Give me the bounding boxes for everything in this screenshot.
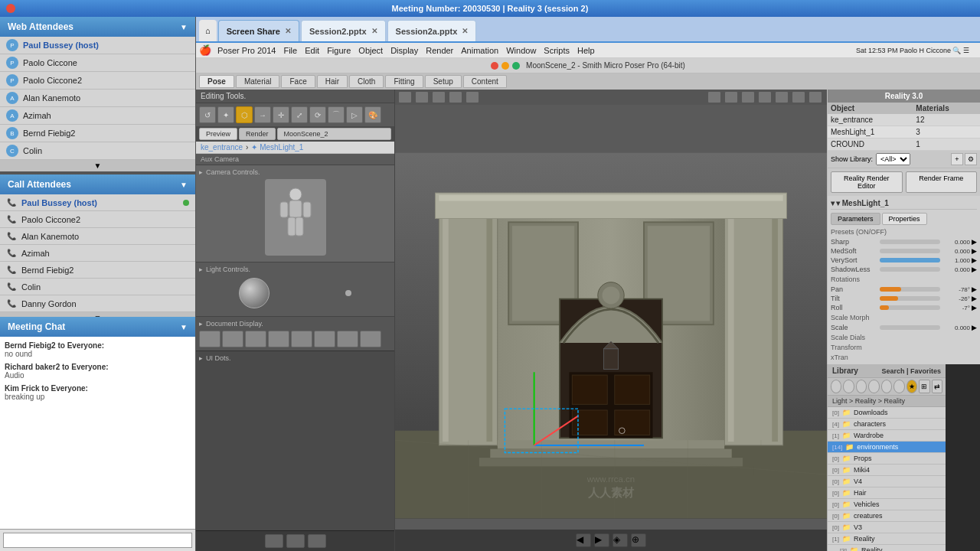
tool-push[interactable]: ▷ (346, 106, 363, 123)
poser-minimize-btn[interactable] (501, 62, 509, 70)
poser-close-btn[interactable] (491, 62, 498, 70)
vp-btn-r2[interactable] (724, 91, 738, 103)
menu-window[interactable]: Window (506, 46, 536, 55)
slider-tilt-track[interactable] (880, 296, 940, 301)
mesh-expand-icon[interactable]: ▾ (831, 199, 835, 207)
slider-medsoft-track[interactable] (880, 249, 940, 253)
library-dropdown[interactable]: <All> (876, 153, 910, 165)
apple-menu[interactable]: 🍎 (199, 44, 211, 56)
lib-item-characters[interactable]: [4] 📁 characters (828, 419, 946, 430)
slider-medsoft-expand[interactable]: ▶ (972, 247, 977, 255)
menu-edit[interactable]: Edit (305, 46, 319, 55)
reality-render-editor-btn[interactable]: Reality Render Editor (831, 171, 903, 193)
lib-item-props[interactable]: [0] 📁 Props (828, 453, 946, 465)
nav-scale-btn[interactable]: ◈ (612, 533, 628, 547)
tab-preview[interactable]: Preview (199, 128, 237, 140)
window-close-button[interactable] (6, 4, 15, 13)
doc-btn-5[interactable] (291, 331, 312, 347)
poser-tab-pose[interactable]: Pose (199, 75, 234, 88)
slider-roll-expand[interactable]: ▶ (972, 304, 977, 311)
library-settings-btn[interactable]: ⚙ (965, 153, 977, 165)
menu-figure[interactable]: Figure (327, 46, 351, 55)
menu-object[interactable]: Object (358, 46, 383, 55)
light-point[interactable] (345, 290, 351, 296)
nav-btn-right[interactable] (286, 534, 305, 548)
tool-scale[interactable]: ⤢ (291, 106, 308, 123)
slider-shadowless-track[interactable] (880, 267, 940, 272)
lib-btn-lock[interactable]: ⇄ (932, 380, 942, 393)
obj-row-mesh[interactable]: MeshLight_1 3 (828, 126, 980, 139)
poser-tab-cloth[interactable]: Cloth (349, 75, 384, 88)
vp-btn-r6[interactable] (792, 91, 805, 103)
slider-verysoft-expand[interactable]: ▶ (972, 256, 977, 264)
slider-scale-expand[interactable]: ▶ (972, 324, 977, 331)
nav-btn-extra[interactable] (308, 534, 326, 548)
menu-animation[interactable]: Animation (461, 46, 498, 55)
tool-active[interactable]: ⬡ (236, 106, 253, 123)
nav-arrow-right[interactable]: ▶ (594, 533, 609, 547)
call-attendee-alan[interactable]: 📞 Alan Kanemoto (0, 228, 195, 245)
tab-render[interactable]: Render (239, 128, 276, 140)
session2-close[interactable]: ✕ (371, 27, 377, 35)
vp-btn-r7[interactable] (808, 91, 822, 103)
vp-btn-1[interactable] (398, 91, 412, 103)
vp-btn-4[interactable] (449, 91, 462, 103)
web-attendees-header[interactable]: Web Attendees ▼ (0, 17, 195, 37)
tool-rotate[interactable]: ↺ (199, 106, 216, 123)
mesh-tab-properties[interactable]: Properties (882, 213, 927, 225)
slider-shadowless-expand[interactable]: ▶ (972, 266, 977, 273)
web-attendee-paolo2[interactable]: P Paolo Ciccone2 (0, 72, 195, 90)
slider-scale-track[interactable] (880, 325, 940, 330)
breadcrumb-child[interactable]: ✦ MeshLight_1 (251, 143, 303, 152)
slider-tilt-expand[interactable]: ▶ (972, 295, 977, 302)
call-attendee-paul[interactable]: 📞 Paul Bussey (host) (0, 194, 195, 211)
chat-input[interactable] (3, 533, 192, 548)
poser-tab-face[interactable]: Face (281, 75, 315, 88)
poser-maximize-btn[interactable] (512, 62, 520, 70)
tool-move[interactable]: ✛ (273, 106, 289, 123)
doc-btn-2[interactable] (222, 331, 243, 347)
call-attendee-bernd[interactable]: 📞 Bernd Fiebig2 (0, 262, 195, 279)
tab-session2a[interactable]: Session2a.pptx ✕ (387, 20, 477, 41)
poser-tab-fitting[interactable]: Fitting (385, 75, 423, 88)
tab-home[interactable]: ⌂ (199, 20, 217, 41)
lib-item-wardrobe[interactable]: [1] 📁 Wardrobe (828, 430, 946, 442)
tool-arrow[interactable]: → (254, 106, 271, 123)
tab-moonscene[interactable]: MoonScene_2 (277, 128, 391, 140)
lib-item-reality1[interactable]: [1] 📁 Reality (828, 533, 946, 545)
menu-help[interactable]: Help (577, 46, 595, 55)
vp-btn-r1[interactable] (707, 91, 721, 103)
menu-scripts[interactable]: Scripts (544, 46, 570, 55)
vp-btn-r4[interactable] (758, 91, 772, 103)
menu-file[interactable]: File (283, 46, 297, 55)
nav-zoom-btn[interactable]: ⊕ (631, 533, 646, 547)
menu-render[interactable]: Render (426, 46, 453, 55)
slider-sharp-expand[interactable]: ▶ (972, 238, 977, 246)
menu-poser[interactable]: Poser Pro 2014 (217, 46, 276, 55)
web-attendees-scroll-down[interactable]: ▼ (0, 160, 195, 171)
poser-tab-setup[interactable]: Setup (425, 75, 462, 88)
doc-btn-3[interactable] (245, 331, 266, 347)
vp-btn-5[interactable] (466, 91, 479, 103)
slider-roll-track[interactable] (880, 305, 940, 310)
lib-btn-circle1[interactable] (831, 380, 841, 393)
light-sphere[interactable] (239, 278, 270, 308)
tab-screen-share[interactable]: Screen Share ✕ (218, 20, 299, 41)
tool-twist[interactable]: ⟳ (309, 106, 326, 123)
lib-btn-circle5[interactable] (881, 380, 892, 393)
doc-btn-8[interactable] (360, 331, 381, 347)
call-attendees-header[interactable]: Call Attendees ▼ (0, 174, 195, 194)
breadcrumb-root[interactable]: ke_entrance (201, 143, 243, 152)
library-add-btn[interactable]: + (951, 153, 963, 165)
lib-btn-circle6[interactable] (893, 380, 904, 393)
web-attendee-bernd[interactable]: B Bernd Fiebig2 (0, 125, 195, 142)
tool-select[interactable]: ✦ (217, 106, 234, 123)
lib-item-vehicles[interactable]: [0] 📁 Vehicles (828, 499, 946, 510)
web-attendee-paolo[interactable]: P Paolo Ciccone (0, 54, 195, 72)
tab-session2[interactable]: Session2.pptx ✕ (301, 20, 386, 41)
lib-item-environments[interactable]: [14] 📁 environments (828, 442, 946, 453)
poser-tab-content[interactable]: Content (463, 75, 507, 88)
lib-item-miki4[interactable]: [0] 📁 Miki4 (828, 465, 946, 476)
lib-item-v3[interactable]: [0] 📁 V3 (828, 522, 946, 533)
doc-btn-1[interactable] (199, 331, 220, 347)
